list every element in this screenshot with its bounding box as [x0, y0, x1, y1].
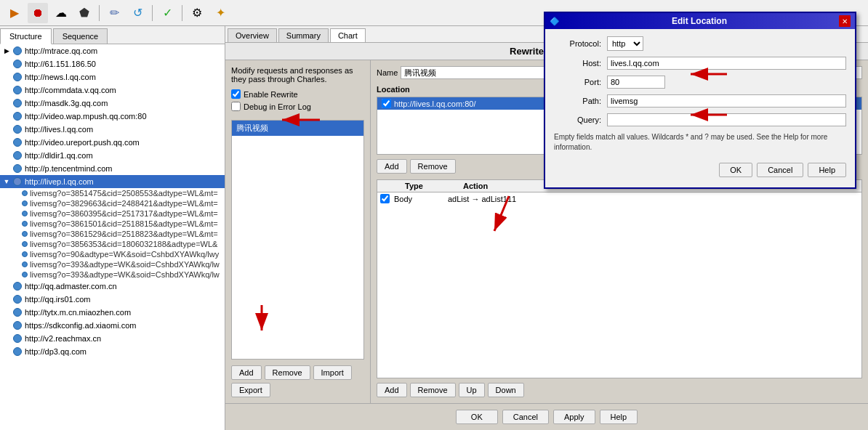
pencil-btn[interactable]: ✏ [104, 3, 124, 23]
expand-icon[interactable] [1, 72, 12, 82]
dot-icon [22, 190, 28, 196]
path-input[interactable] [607, 94, 846, 108]
rule-item-tencent[interactable]: 腾讯视频 [232, 121, 363, 136]
tree-item-masdk[interactable]: http://masdk.3g.qq.com [0, 97, 225, 110]
tree-item-livep[interactable]: ▼ http://livep.l.qq.com [0, 175, 225, 188]
expand-icon[interactable]: ▶ [1, 46, 12, 56]
loc-remove-btn[interactable]: Remove [410, 159, 456, 174]
tree-item-lives[interactable]: http://lives.l.qq.com [0, 123, 225, 136]
diamond-btn[interactable]: ⬟ [74, 3, 95, 23]
expand-icon[interactable] [1, 137, 12, 147]
sub-item-4[interactable]: livemsg?o=3861529&cid=2518823&adtype=WL&… [20, 229, 225, 239]
tab-sequence[interactable]: Sequence [53, 28, 108, 44]
ok-btn[interactable]: OK [456, 410, 498, 424]
circle-icon [12, 150, 23, 161]
host-input[interactable] [607, 57, 846, 70]
tree-item-video-wap[interactable]: http://video.wap.mpush.qq.com:80 [0, 110, 225, 123]
tree-label: http://masdk.3g.qq.com [25, 99, 108, 108]
settings-btn[interactable]: ⚙ [187, 3, 207, 23]
tree-item-xiaomi[interactable]: https://sdkconfig.ad.xiaomi.com [0, 319, 225, 332]
sub-item-8[interactable]: livemsg?o=393&adtype=WK&soid=CshbdXYAWkq… [20, 269, 225, 280]
tree-label: http://lives.l.qq.com [25, 125, 93, 134]
expand-icon[interactable] [1, 333, 12, 344]
expand-icon[interactable] [1, 281, 12, 291]
tree-item-tencent[interactable]: http://p.tencentmind.com [0, 162, 225, 175]
tab-overview[interactable]: Overview [228, 28, 277, 42]
expand-icon[interactable] [1, 98, 12, 108]
rules-import-btn[interactable]: Import [313, 365, 352, 380]
expand-icon[interactable] [1, 150, 12, 161]
protocol-select[interactable]: http https [607, 36, 643, 51]
expand-icon[interactable] [1, 346, 12, 357]
cloud-btn[interactable]: ☁ [51, 3, 71, 23]
tree-item-dldir1[interactable]: http://dldir1.qq.com [0, 149, 225, 162]
dot-icon [22, 200, 28, 206]
cancel-btn[interactable]: Cancel [502, 410, 549, 424]
sub-item-0[interactable]: livemsg?o=3851475&cid=2508553&adtype=WL&… [20, 188, 225, 198]
action-down-btn[interactable]: Down [488, 383, 524, 397]
sub-item-1[interactable]: livemsg?o=3829663&cid=2488421&adtype=WL&… [20, 198, 225, 208]
expand-icon[interactable] [1, 307, 12, 317]
enable-checkbox[interactable] [231, 89, 241, 99]
sub-item-6[interactable]: livemsg?o=90&adtype=WK&soid=CshbdXYAWkq/… [20, 249, 225, 259]
expand-icon[interactable] [1, 320, 12, 330]
tree-item-mtrace[interactable]: ▶ http://mtrace.qq.com [0, 44, 225, 57]
tree-item-video-ureport[interactable]: http://video.ureport.push.qq.com [0, 136, 225, 149]
tree-item-61[interactable]: http://61.151.186.50 [0, 57, 225, 70]
enable-label: Enable Rewrite [244, 90, 298, 99]
circle-icon [12, 84, 23, 96]
expand-icon[interactable] [1, 85, 12, 95]
tree-item-reachmax[interactable]: http://v2.reachmax.cn [0, 332, 225, 345]
action-up-btn[interactable]: Up [459, 383, 485, 397]
rules-remove-btn[interactable]: Remove [265, 365, 310, 380]
rewrite-description: Modify requests and responses as they pa… [231, 66, 364, 84]
expand-icon[interactable] [1, 163, 12, 174]
apply-btn[interactable]: Apply [553, 410, 595, 424]
dialog-ok-btn[interactable]: OK [719, 163, 752, 177]
tree-label: http://p.tencentmind.com [25, 164, 112, 173]
tree-item-news[interactable]: http://news.l.qq.com [0, 70, 225, 84]
action-add-btn[interactable]: Add [377, 383, 407, 397]
dialog-close-btn[interactable]: ✕ [839, 15, 851, 27]
help-btn[interactable]: ✦ [210, 3, 230, 23]
action-row-0[interactable]: Body adList → adList111 [377, 192, 861, 205]
sub-item-2[interactable]: livemsg?o=3860395&cid=2517317&adtype=WL&… [20, 208, 225, 219]
sub-item-7[interactable]: livemsg?o=393&adtype=WK&soid=CshbdXYAWkq… [20, 259, 225, 269]
expand-icon[interactable] [1, 294, 12, 304]
port-input[interactable] [607, 76, 665, 89]
action-remove-btn[interactable]: Remove [410, 383, 456, 397]
record-btn[interactable]: ▶ [4, 3, 25, 23]
dot-icon [22, 272, 28, 277]
sub-item-5[interactable]: livemsg?o=3856353&cid=1806032188&adtype=… [20, 239, 225, 249]
dialog-help-btn[interactable]: Help [808, 163, 846, 177]
sub-item-3[interactable]: livemsg?o=3861501&cid=2518815&adtype=WL&… [20, 219, 225, 229]
loc-add-btn[interactable]: Add [377, 159, 407, 174]
rules-add-btn[interactable]: Add [231, 365, 262, 380]
circle-icon [12, 333, 23, 344]
tab-chart[interactable]: Chart [330, 28, 366, 42]
check-btn[interactable]: ✓ [157, 3, 177, 23]
rules-export-btn[interactable]: Export [231, 383, 270, 397]
stop-btn[interactable]: ⏺ [28, 3, 48, 23]
tree-item-admaster[interactable]: http://qq.admaster.com.cn [0, 280, 225, 293]
tree-item-miaozhen[interactable]: http://tytx.m.cn.miaozhen.com [0, 306, 225, 319]
circle-icon [12, 110, 23, 122]
expand-icon[interactable] [1, 59, 12, 69]
circle-icon [12, 58, 23, 70]
expand-icon[interactable] [1, 124, 12, 134]
query-input[interactable] [607, 113, 846, 126]
tree-item-commdata[interactable]: http://commdata.v.qq.com [0, 84, 225, 97]
tab-structure[interactable]: Structure [0, 28, 52, 44]
expand-icon[interactable]: ▼ [1, 177, 12, 187]
tree-item-dp3[interactable]: http://dp3.qq.com [0, 345, 225, 358]
location-checkbox[interactable] [382, 99, 391, 108]
refresh-btn[interactable]: ↺ [127, 3, 148, 23]
action-checkbox[interactable] [380, 194, 390, 203]
dialog-cancel-btn[interactable]: Cancel [757, 163, 803, 177]
debug-checkbox[interactable] [231, 102, 241, 111]
dot-icon [22, 231, 28, 237]
tab-summary[interactable]: Summary [278, 28, 329, 42]
expand-icon[interactable] [1, 111, 12, 121]
tree-item-irs01[interactable]: http://qq.irs01.com [0, 293, 225, 306]
help-btn[interactable]: Help [600, 410, 638, 424]
